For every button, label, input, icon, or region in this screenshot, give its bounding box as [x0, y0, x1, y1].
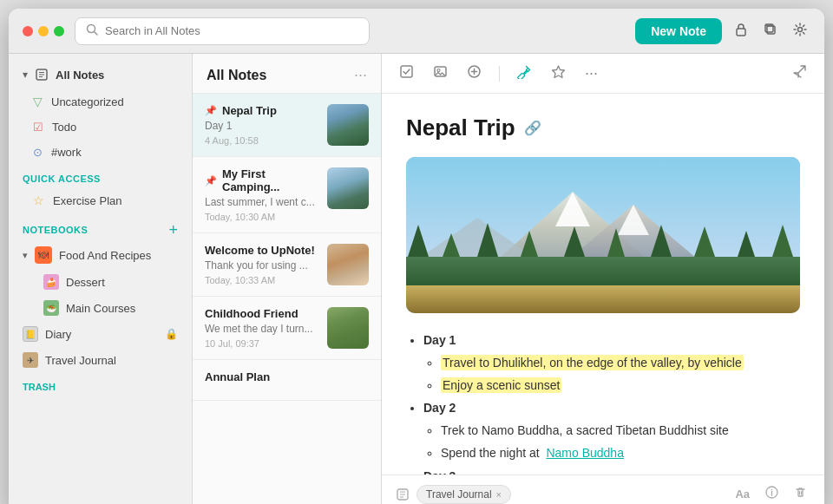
pin-icon: 📌 [205, 105, 217, 116]
notes-list-more-icon[interactable]: ··· [354, 66, 367, 84]
more-tool-button[interactable]: ··· [581, 62, 601, 84]
note-card-welcome[interactable]: Welcome to UpNote! Thank you for using .… [193, 233, 381, 297]
svg-rect-10 [401, 66, 412, 77]
note-editor: ··· Nepal Trip 🔗 [382, 54, 824, 504]
settings-icon-button[interactable] [790, 19, 810, 43]
note-thumb-childhood [327, 307, 369, 349]
search-bar[interactable] [75, 17, 370, 45]
title-bar: New Note [9, 9, 824, 54]
toolbar-separator [499, 66, 500, 82]
title-bar-actions: New Note [635, 18, 810, 44]
chevron-food-icon: ▾ [23, 250, 28, 261]
search-input[interactable] [105, 24, 358, 37]
pin-tool-button[interactable] [514, 62, 535, 84]
svg-point-5 [798, 27, 803, 31]
lock-icon-button[interactable] [731, 19, 751, 43]
namo-buddha-link[interactable]: Namo Buddha [546, 446, 624, 460]
note-title-annual: Annual Plan [205, 370, 369, 383]
note-thumb-welcome [327, 244, 369, 285]
day1-heading: Day 1 [423, 333, 456, 347]
minimize-button[interactable] [38, 26, 49, 36]
note-date-camping: Today, 10:30 AM [205, 212, 318, 222]
diary-lock-icon: 🔒 [165, 328, 178, 340]
note-date-childhood: 10 Jul, 09:37 [205, 338, 318, 349]
diary-notebook-icon: 📒 [23, 326, 38, 342]
sidebar-item-todo[interactable]: ☑ Todo [9, 115, 192, 140]
travel-journal-label: Travel Journal [45, 354, 116, 367]
note-thumb-camping [327, 167, 369, 209]
add-notebook-button[interactable]: + [168, 222, 178, 238]
sidebar-item-diary[interactable]: 📒 Diary 🔒 [9, 321, 192, 347]
svg-rect-23 [406, 257, 800, 287]
sidebar-item-food-recipes[interactable]: ▾ 🍽 Food And Recipes [9, 241, 192, 269]
sidebar-item-dessert[interactable]: 🍰 Dessert [9, 269, 192, 295]
note-card-content-childhood: Childhood Friend We met the day I turn..… [205, 307, 318, 349]
checkbox-tool-button[interactable] [396, 62, 417, 84]
work-label: #work [51, 146, 82, 159]
dessert-label: Dessert [66, 276, 105, 289]
work-icon: ⊙ [33, 146, 43, 159]
expand-tool-button[interactable] [789, 62, 810, 84]
note-date-nepal: 4 Aug, 10:58 [205, 135, 318, 146]
filter-icon: ▽ [33, 95, 43, 108]
info-button[interactable] [762, 484, 782, 504]
new-note-button[interactable]: New Note [635, 18, 722, 44]
day1-item2: Enjoy a scenic sunset [441, 377, 561, 393]
add-tool-button[interactable] [463, 62, 485, 84]
food-recipes-label: Food And Recipes [59, 249, 151, 262]
editor-toolbar: ··· [382, 54, 824, 94]
notebooks-label: NOTEBOOKS [23, 225, 88, 235]
checkbox-icon: ☑ [33, 121, 43, 134]
star-tool-button[interactable] [548, 62, 569, 84]
travel-notebook-icon: ✈ [23, 352, 38, 368]
sidebar-item-work[interactable]: ⊙ #work [9, 140, 192, 165]
font-size-button[interactable]: Aa [731, 486, 753, 502]
note-preview-childhood: We met the day I turn... [205, 323, 318, 335]
notebook-icon-footer [396, 488, 410, 501]
delete-button[interactable] [790, 484, 810, 504]
note-card-childhood[interactable]: Childhood Friend We met the day I turn..… [193, 297, 381, 360]
search-icon [86, 23, 98, 39]
close-button[interactable] [23, 26, 33, 36]
day2-item1: Trek to Namo Buddha, a sacred Tibetan Bu… [441, 423, 729, 437]
tag-chip-travel[interactable]: Travel Journal × [416, 485, 511, 504]
food-notebook-icon: 🍽 [35, 246, 52, 264]
sidebar-item-travel-journal[interactable]: ✈ Travel Journal [9, 347, 192, 373]
note-title-nepal: 📌 Nepal Trip [205, 104, 318, 117]
sidebar-item-main-courses[interactable]: 🥗 Main Courses [9, 295, 192, 321]
note-card-camping[interactable]: 📌 My First Camping... Last summer, I wen… [193, 157, 381, 233]
svg-point-12 [437, 69, 440, 72]
note-title-camping: 📌 My First Camping... [205, 167, 318, 193]
image-tool-button[interactable] [430, 62, 451, 84]
link-icon[interactable]: 🔗 [524, 120, 541, 136]
sidebar-item-uncategorized[interactable]: ▽ Uncategorized [9, 88, 192, 115]
day2-item2-text: Spend the night at [441, 446, 540, 460]
note-title-row: Nepal Trip 🔗 [406, 115, 800, 141]
note-title: Nepal Trip [406, 115, 515, 141]
all-notes-item[interactable]: ▾ All Notes [9, 61, 192, 88]
exercise-label: Exercise Plan [53, 194, 121, 207]
maximize-button[interactable] [54, 26, 64, 36]
copy-icon-button[interactable] [760, 19, 781, 43]
editor-content[interactable]: Nepal Trip 🔗 [382, 94, 824, 475]
footer-right: Aa [731, 484, 810, 504]
note-body: Day 1 Travel to Dhulikhel, on the edge o… [406, 331, 800, 475]
notebooks-header: NOTEBOOKS + [9, 213, 192, 241]
note-title-welcome: Welcome to UpNote! [205, 244, 318, 257]
pin-icon-camping: 📌 [205, 175, 217, 187]
note-card-nepal[interactable]: 📌 Nepal Trip Day 1 4 Aug, 10:58 [193, 94, 381, 157]
note-date-welcome: Today, 10:33 AM [205, 275, 318, 285]
note-card-content-camping: 📌 My First Camping... Last summer, I wen… [205, 167, 318, 222]
app-window: New Note [9, 9, 824, 504]
note-card-content-annual: Annual Plan [205, 370, 369, 389]
editor-footer: Travel Journal × Aa [382, 475, 824, 504]
sidebar-item-exercise[interactable]: ☆ Exercise Plan [9, 187, 192, 213]
notes-icon [35, 68, 49, 82]
hero-image [406, 157, 800, 313]
note-card-annual[interactable]: Annual Plan [193, 360, 381, 401]
tag-close-button[interactable]: × [496, 489, 502, 500]
trash-label[interactable]: TRASH [9, 373, 192, 396]
note-card-content: 📌 Nepal Trip Day 1 4 Aug, 10:58 [205, 104, 318, 146]
chevron-down-icon: ▾ [23, 69, 28, 81]
note-card-content-welcome: Welcome to UpNote! Thank you for using .… [205, 244, 318, 285]
